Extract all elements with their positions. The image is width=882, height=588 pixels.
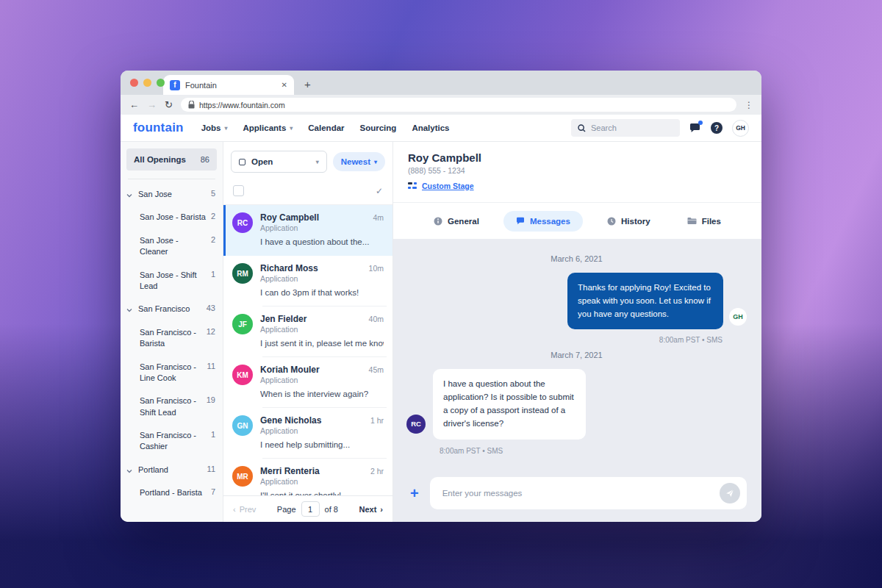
- sidebar-item-sf-shift-lead[interactable]: San Francisco - Shift Lead 19: [126, 390, 217, 424]
- nav-label: Sourcing: [360, 123, 397, 132]
- select-all-row: ✓: [223, 181, 392, 205]
- nav-jobs[interactable]: Jobs▾: [201, 123, 228, 132]
- prev-page-button[interactable]: ‹Prev: [233, 505, 256, 514]
- custom-stage-link[interactable]: Custom Stage: [408, 182, 474, 190]
- chevron-down-icon: [126, 304, 138, 314]
- list-item-merri-renteria[interactable]: MR Merri Renteria2 hr Application I'll s…: [223, 459, 392, 495]
- forward-icon[interactable]: →: [147, 99, 157, 110]
- sidebar-item-label: San Jose - Shift Lead: [140, 270, 207, 293]
- timestamp: 40m: [369, 315, 384, 323]
- nav-sourcing[interactable]: Sourcing: [360, 123, 397, 132]
- new-tab-button[interactable]: +: [304, 78, 311, 90]
- date-separator: March 7, 2021: [406, 351, 747, 359]
- sidebar-item-label: San Jose - Barista: [140, 212, 207, 223]
- sort-dropdown[interactable]: Newest ▾: [333, 152, 385, 171]
- outgoing-message-bubble: Thanks for applying Roy! Excited to spea…: [567, 273, 723, 329]
- message-input[interactable]: [442, 489, 720, 498]
- nav-calendar[interactable]: Calendar: [308, 123, 344, 132]
- next-page-button[interactable]: Next›: [359, 505, 383, 514]
- message-preview: I can do 3pm if that works!: [260, 288, 384, 297]
- list-item-jen-fielder[interactable]: JF Jen Fielder40m Application I just sen…: [223, 306, 392, 357]
- user-avatar[interactable]: GH: [732, 120, 749, 137]
- stage-icon: [239, 159, 245, 165]
- browser-menu-icon[interactable]: ⋮: [745, 100, 753, 110]
- message-composer: +: [393, 467, 761, 522]
- openings-sidebar: All Openings 86 San Jose 5 San Jose - Ba…: [121, 142, 223, 522]
- sidebar-item-sf-cashier[interactable]: San Francisco - Cashier 1: [126, 424, 217, 459]
- send-button[interactable]: [720, 483, 740, 503]
- timestamp: 4m: [373, 213, 384, 222]
- sidebar-item-count: 7: [211, 487, 215, 496]
- chevron-down-icon: [126, 465, 138, 475]
- search-icon: [578, 124, 586, 132]
- sidebar-item-all-openings[interactable]: All Openings 86: [126, 148, 217, 171]
- applicant-profile-header: Roy Campbell (888) 555 - 1234 Custom Sta…: [393, 142, 761, 202]
- sidebar-item-count: 43: [207, 304, 215, 312]
- browser-window: f Fountain ✕ + ← → ↻ https://www.fountai…: [121, 71, 761, 522]
- help-button[interactable]: ?: [711, 122, 723, 134]
- list-item-koriah-mouler[interactable]: KM Koriah Mouler45m Application When is …: [223, 357, 392, 408]
- sidebar-item-portland-barista[interactable]: Portland - Barista 7: [126, 481, 217, 504]
- chevron-down-icon: ▾: [290, 125, 293, 132]
- global-search[interactable]: [571, 119, 680, 137]
- message-thread: March 6, 2021 Thanks for applying Roy! E…: [393, 239, 761, 467]
- chevron-right-icon: ›: [380, 505, 383, 514]
- message-preview: I need help submitting...: [260, 440, 384, 449]
- sidebar-item-count: 2: [211, 212, 215, 220]
- sidebar-item-portland[interactable]: Portland 11: [126, 459, 217, 481]
- close-window-button[interactable]: [130, 79, 138, 87]
- tab-messages[interactable]: Messages: [503, 211, 583, 232]
- sidebar-item-label: San Jose - Cleaner: [140, 235, 207, 258]
- tab-history[interactable]: History: [595, 211, 663, 232]
- list-item-richard-moss[interactable]: RM Richard Moss10m Application I can do …: [223, 256, 392, 306]
- sidebar-item-san-jose-barista[interactable]: San Jose - Barista 2: [126, 206, 217, 229]
- select-all-checkbox[interactable]: [233, 185, 244, 196]
- messages-notification-button[interactable]: [689, 123, 701, 134]
- list-item-roy-campbell[interactable]: RC Roy Campbell4m Application I have a q…: [223, 205, 392, 256]
- lock-icon: [188, 101, 195, 109]
- filter-label: Open: [251, 157, 273, 166]
- applicant-list: RC Roy Campbell4m Application I have a q…: [223, 205, 392, 495]
- minimize-window-button[interactable]: [143, 79, 151, 87]
- nav-label: Analytics: [412, 123, 449, 132]
- conversation-panel: Roy Campbell (888) 555 - 1234 Custom Sta…: [393, 142, 761, 522]
- sidebar-item-sf-barista[interactable]: San Francisco - Barista 12: [126, 321, 217, 356]
- tab-general[interactable]: General: [421, 211, 492, 232]
- reload-icon[interactable]: ↻: [165, 99, 173, 110]
- sidebar-item-count: 19: [207, 395, 215, 404]
- sidebar-item-sf-line-cook[interactable]: San Francisco - Line Cook 11: [126, 356, 217, 390]
- sidebar-item-san-jose[interactable]: San Jose 5: [126, 183, 217, 206]
- sidebar-item-san-jose-shift-lead[interactable]: San Jose - Shift Lead 1: [126, 264, 217, 298]
- page-label: Page: [277, 505, 296, 514]
- sidebar-item-san-jose-cleaner[interactable]: San Jose - Cleaner 2: [126, 229, 217, 264]
- stage-filter-dropdown[interactable]: Open ▾: [231, 151, 327, 173]
- timestamp: 2 hr: [370, 467, 384, 476]
- applicant-stage: Application: [260, 426, 384, 435]
- chevron-down-icon: ▾: [374, 159, 377, 165]
- page-title: Roy Campbell: [408, 151, 747, 164]
- applicant-stage: Application: [260, 274, 384, 283]
- date-separator: March 6, 2021: [406, 254, 747, 263]
- message-preview: I'll sent it over shortly!: [260, 491, 384, 495]
- maximize-window-button[interactable]: [157, 79, 165, 87]
- page-number-input[interactable]: [301, 501, 320, 517]
- back-icon[interactable]: ←: [129, 99, 139, 110]
- browser-tab[interactable]: f Fountain ✕: [163, 75, 294, 95]
- avatar: GN: [232, 415, 253, 436]
- sidebar-item-san-francisco[interactable]: San Francisco 43: [126, 298, 217, 320]
- nav-applicants[interactable]: Applicants▾: [243, 123, 293, 132]
- url-bar[interactable]: https://www.fountain.com: [181, 98, 736, 112]
- list-item-gene-nicholas[interactable]: GN Gene Nicholas1 hr Application I need …: [223, 408, 392, 459]
- tab-files[interactable]: Files: [675, 211, 734, 232]
- nav-label: Calendar: [308, 123, 344, 132]
- sidebar-item-count: 86: [201, 155, 209, 164]
- check-icon[interactable]: ✓: [376, 186, 383, 196]
- fountain-logo[interactable]: fountain: [133, 121, 184, 135]
- attach-button[interactable]: +: [410, 486, 419, 501]
- sidebar-item-label: Portland: [138, 465, 203, 476]
- sidebar-item-label: All Openings: [134, 155, 186, 164]
- search-input[interactable]: [591, 123, 664, 132]
- close-tab-icon[interactable]: ✕: [282, 81, 287, 89]
- chevron-left-icon: ‹: [233, 505, 236, 514]
- nav-analytics[interactable]: Analytics: [412, 123, 449, 132]
